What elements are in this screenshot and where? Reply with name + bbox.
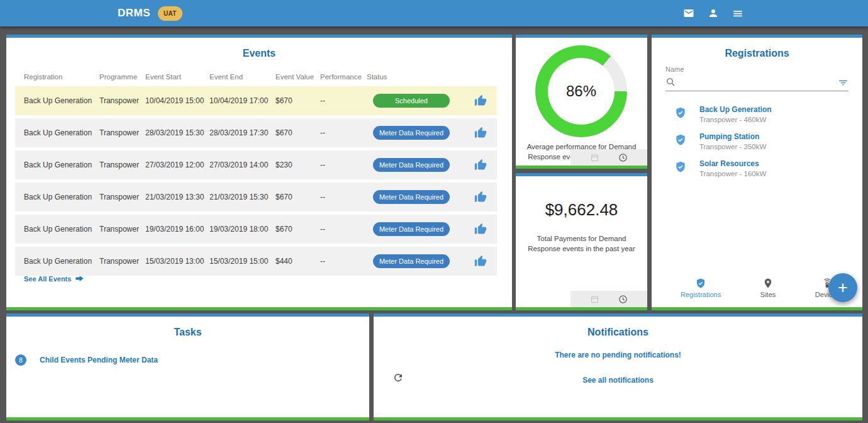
widget-toolbar xyxy=(570,149,647,166)
cell-registration: Back Up Generation xyxy=(24,193,99,201)
shield-check-icon xyxy=(695,278,706,289)
column-header: Status xyxy=(367,73,464,81)
event-table-row[interactable]: Back Up Generation Transpower 27/03/2019… xyxy=(15,150,497,179)
total-payments-amount: $9,662.48 xyxy=(516,200,647,220)
thumbs-up-icon[interactable] xyxy=(474,223,487,235)
performance-donut-chart: 86% xyxy=(535,45,627,137)
tab-sites[interactable]: Sites xyxy=(760,278,776,298)
cell-event-start: 28/03/2019 15:30 xyxy=(145,128,209,137)
registrations-title: Registrations xyxy=(652,38,862,59)
see-all-events-link[interactable]: See All Events xyxy=(24,274,84,283)
status-badge: Meter Data Required xyxy=(373,158,450,172)
payments-panel: $9,662.48 Total Payments for Demand Resp… xyxy=(516,173,647,310)
registrations-search: Name xyxy=(665,65,849,91)
app-title: DRMS xyxy=(118,7,150,20)
thumbs-up-icon[interactable] xyxy=(474,191,487,203)
status-badge: Meter Data Required xyxy=(373,190,450,204)
thumbs-up-icon[interactable] xyxy=(474,159,487,171)
tab-registrations[interactable]: Registrations xyxy=(681,278,721,298)
tasks-panel: Tasks 8 Child Events Pending Meter Data xyxy=(6,313,369,420)
search-icon xyxy=(665,77,676,87)
cell-event-start: 15/03/2019 13:00 xyxy=(145,257,209,266)
status-badge: Scheduled xyxy=(373,94,450,108)
cell-event-value: $670 xyxy=(275,96,320,105)
calendar-icon[interactable] xyxy=(590,153,599,162)
cell-registration: Back Up Generation xyxy=(24,96,99,105)
registration-detail: Transpower - 460kW xyxy=(699,116,772,123)
tasks-title: Tasks xyxy=(6,317,369,338)
donut-hole: 86% xyxy=(548,58,615,125)
registration-name: Solar Resources xyxy=(699,159,766,168)
filter-icon[interactable] xyxy=(838,77,849,87)
column-header: Event Value xyxy=(275,73,320,81)
thumbs-up-icon[interactable] xyxy=(474,127,487,139)
notifications-panel: Notifications There are no pending notif… xyxy=(374,313,862,420)
event-table-row[interactable]: Back Up Generation Transpower 21/03/2019… xyxy=(15,183,497,212)
event-table-row[interactable]: Back Up Generation Transpower 10/04/2019… xyxy=(15,86,497,115)
registration-name-search-input[interactable] xyxy=(681,78,838,87)
status-badge: Meter Data Required xyxy=(373,222,450,236)
header-actions xyxy=(683,0,743,26)
cell-registration: Back Up Generation xyxy=(24,225,99,234)
notifications-empty-message: There are no pending notifications! xyxy=(374,351,862,359)
cell-event-value: $670 xyxy=(275,225,320,234)
event-table-row[interactable]: Back Up Generation Transpower 28/03/2019… xyxy=(15,118,497,147)
status-badge: Meter Data Required xyxy=(373,126,450,140)
cell-performance: -- xyxy=(320,257,367,266)
thumbs-up-icon[interactable] xyxy=(474,255,487,268)
mail-icon[interactable] xyxy=(683,8,694,19)
shield-check-icon xyxy=(674,106,687,120)
registration-list-item[interactable]: Solar Resources Transpower - 160kW xyxy=(652,155,862,182)
cell-programme: Transpower xyxy=(99,161,145,169)
payments-caption: Total Payments for Demand Response event… xyxy=(527,234,636,254)
widget-toolbar xyxy=(570,291,647,307)
column-header: Performance xyxy=(320,73,367,81)
event-table-row[interactable]: Back Up Generation Transpower 19/03/2019… xyxy=(15,215,497,244)
cell-registration: Back Up Generation xyxy=(24,161,99,169)
see-all-notifications-link[interactable]: See all notifications xyxy=(374,376,862,385)
thumbs-up-icon[interactable] xyxy=(474,94,487,107)
cell-event-start: 21/03/2019 13:30 xyxy=(145,193,209,201)
menu-icon[interactable] xyxy=(732,8,743,19)
registration-name: Pumping Station xyxy=(699,132,766,141)
registration-detail: Transpower - 160kW xyxy=(699,170,766,178)
cell-performance: -- xyxy=(320,128,367,137)
cell-event-end: 10/04/2019 17:00 xyxy=(209,96,275,105)
cell-performance: -- xyxy=(320,161,367,169)
events-title: Events xyxy=(6,38,512,59)
cell-performance: -- xyxy=(320,193,367,201)
registrations-panel: Registrations Name Back Up Generation Tr… xyxy=(652,35,862,310)
task-label: Child Events Pending Meter Data xyxy=(40,356,158,364)
clock-icon[interactable] xyxy=(618,295,628,304)
add-button[interactable]: + xyxy=(828,273,857,302)
see-all-events-label: See All Events xyxy=(24,275,71,283)
notifications-title: Notifications xyxy=(374,317,862,338)
calendar-icon[interactable] xyxy=(590,295,599,304)
user-icon[interactable] xyxy=(708,8,719,19)
task-list-item[interactable]: 8 Child Events Pending Meter Data xyxy=(15,354,369,366)
cell-event-start: 10/04/2019 15:00 xyxy=(145,96,209,105)
cell-programme: Transpower xyxy=(99,128,145,137)
clock-icon[interactable] xyxy=(618,153,628,162)
cell-event-end: 28/03/2019 17:30 xyxy=(209,128,275,137)
search-field-label: Name xyxy=(665,65,849,73)
registration-detail: Transpower - 350kW xyxy=(699,143,766,150)
cell-programme: Transpower xyxy=(99,225,145,234)
performance-panel: 86% Average performance for Demand Respo… xyxy=(516,35,647,169)
cell-event-end: 21/03/2019 15:30 xyxy=(209,193,275,201)
arrow-right-icon xyxy=(75,274,84,283)
registration-list-item[interactable]: Pumping Station Transpower - 350kW xyxy=(652,128,862,155)
cell-event-end: 27/03/2019 14:00 xyxy=(209,161,275,169)
cell-event-value: $230 xyxy=(275,161,320,169)
registration-list-item[interactable]: Back Up Generation Transpower - 460kW xyxy=(652,101,862,128)
events-panel: Events Registration Programme Event Star… xyxy=(6,35,512,310)
event-table-row[interactable]: Back Up Generation Transpower 15/03/2019… xyxy=(15,247,497,276)
cell-event-end: 19/03/2019 18:00 xyxy=(209,225,275,234)
shield-check-icon xyxy=(674,160,687,174)
cell-registration: Back Up Generation xyxy=(24,257,99,266)
cell-event-start: 27/03/2019 12:00 xyxy=(145,161,209,169)
column-header: Event Start xyxy=(145,73,209,81)
status-badge: Meter Data Required xyxy=(373,254,450,268)
events-table-header: Registration Programme Event Start Event… xyxy=(15,73,497,81)
cell-event-start: 19/03/2019 16:00 xyxy=(145,225,209,234)
